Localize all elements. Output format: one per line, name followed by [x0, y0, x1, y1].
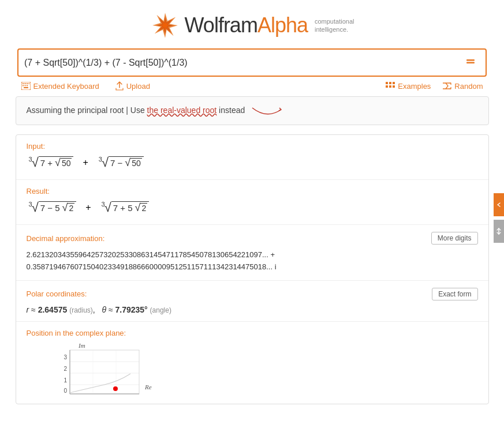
svg-rect-26 — [70, 350, 139, 394]
input-section-label: Input: — [27, 142, 478, 151]
logo-accent: Alpha — [257, 13, 308, 37]
complex-plane-chart: Im Re 3 2 1 0 — [27, 342, 154, 397]
result-section-label: Result: — [27, 187, 478, 196]
input-math: 3 √ 7 + √50 + 3 √ 7 − √50 — [27, 155, 478, 170]
keyboard-label: Extended Keyboard — [33, 82, 99, 91]
svg-rect-13 — [24, 87, 28, 88]
upload-button[interactable]: Upload — [115, 81, 150, 91]
extended-keyboard-button[interactable]: Extended Keyboard — [21, 82, 99, 91]
polar-header: Polar coordinates: Exact form — [27, 288, 478, 300]
assumption-box: Assuming the principal root | Use the re… — [16, 96, 489, 125]
tagline-line2: intelligence. — [315, 25, 354, 33]
input-section: Input: 3 √ 7 + √50 + 3 √ 7 − √50 — [16, 135, 488, 180]
decimal-section-label: Decimal approximation: — [27, 234, 105, 243]
side-tab-expand[interactable] — [494, 193, 504, 216]
toolbar: Extended Keyboard Upload Examples — [4, 81, 501, 96]
svg-rect-18 — [389, 85, 391, 88]
random-button[interactable]: Random — [442, 82, 483, 91]
svg-text:Im: Im — [78, 342, 85, 349]
svg-rect-14 — [386, 82, 388, 84]
svg-rect-10 — [23, 85, 24, 87]
examples-label: Examples — [398, 82, 431, 91]
search-submit-button[interactable] — [461, 54, 480, 71]
logo-container: WolframAlpha computational intelligence. — [150, 10, 354, 40]
upload-icon — [115, 81, 124, 91]
polar-section: Polar coordinates: Exact form r ≈ 2.6457… — [16, 281, 488, 322]
decimal-line1: 2.62132034355964257320253308631454711785… — [27, 249, 478, 261]
svg-rect-4 — [466, 62, 475, 64]
examples-button[interactable]: Examples — [386, 82, 431, 91]
svg-rect-15 — [389, 82, 391, 84]
svg-text:1: 1 — [64, 377, 67, 384]
svg-text:3: 3 — [64, 354, 67, 360]
result-card: Input: 3 √ 7 + √50 + 3 √ 7 − √50 — [16, 134, 489, 404]
decimal-section: Decimal approximation: More digits 2.621… — [16, 225, 488, 281]
logo-wordmark: WolframAlpha — [185, 13, 308, 37]
assumption-arrow-icon — [249, 105, 284, 116]
svg-rect-3 — [466, 59, 475, 61]
svg-rect-19 — [393, 85, 395, 88]
real-valued-root-link[interactable]: the real-valued root — [147, 106, 217, 115]
decimal-line2: 0.35871946760715040233491886660000951251… — [27, 261, 478, 273]
search-bar — [17, 48, 487, 77]
exact-form-button[interactable]: Exact form — [432, 288, 477, 300]
svg-text:Re: Re — [144, 384, 152, 390]
complex-plane-svg: Im Re 3 2 1 0 — [27, 342, 154, 397]
polar-value: r ≈ 2.64575 (radius), θ ≈ 7.79235° (angl… — [27, 305, 478, 314]
decimal-value: 2.62132034355964257320253308631454711785… — [27, 249, 478, 273]
assumption-text-after: instead — [216, 106, 245, 115]
random-icon — [442, 82, 451, 90]
result-cube-root-2: 3 √ 7 + 5√2 — [100, 200, 150, 215]
logo-main: Wolfram — [185, 13, 257, 37]
tagline-line1: computational — [315, 17, 354, 25]
scroll-icon — [496, 228, 502, 235]
svg-rect-9 — [28, 83, 29, 84]
header: WolframAlpha computational intelligence. — [0, 0, 504, 48]
side-tab — [494, 193, 504, 243]
svg-text:0: 0 — [64, 388, 67, 394]
search-input[interactable] — [24, 58, 461, 68]
cube-root-1: 3 √ 7 + √50 — [28, 155, 74, 170]
examples-icon — [386, 82, 395, 90]
wolfram-star-icon — [150, 10, 180, 40]
upload-label: Upload — [126, 82, 150, 91]
polar-section-label: Polar coordinates: — [27, 290, 87, 298]
keyboard-icon — [21, 82, 31, 90]
svg-rect-8 — [27, 83, 28, 84]
complex-section: Position in the complex plane: Im Re 3 2… — [16, 322, 488, 404]
complex-section-label: Position in the complex plane: — [27, 329, 478, 337]
svg-rect-11 — [24, 85, 25, 87]
random-label: Random — [454, 82, 483, 91]
side-tab-scroll[interactable] — [494, 220, 504, 243]
search-bar-container — [0, 48, 504, 81]
chevron-left-icon — [496, 202, 502, 208]
result-cube-root-1: 3 √ 7 − 5√2 — [28, 200, 77, 215]
svg-rect-16 — [393, 82, 395, 84]
result-section: Result: 3 √ 7 − 5√2 + 3 √ 7 + 5√2 — [16, 180, 488, 225]
svg-rect-6 — [23, 83, 24, 84]
decimal-header: Decimal approximation: More digits — [27, 232, 478, 245]
more-digits-button[interactable]: More digits — [431, 232, 478, 245]
svg-rect-12 — [27, 85, 28, 87]
svg-point-34 — [113, 386, 118, 391]
cube-root-2: 3 √ 7 − √50 — [98, 155, 144, 170]
main-content: Assuming the principal root | Use the re… — [4, 96, 501, 404]
assumption-text-before: Assuming the principal root | Use — [27, 106, 147, 115]
logo-tagline: computational intelligence. — [315, 17, 354, 34]
svg-text:2: 2 — [64, 366, 67, 372]
svg-rect-17 — [386, 85, 388, 88]
result-math: 3 √ 7 − 5√2 + 3 √ 7 + 5√2 — [27, 200, 478, 215]
svg-rect-7 — [24, 83, 25, 84]
equals-icon — [465, 55, 476, 67]
